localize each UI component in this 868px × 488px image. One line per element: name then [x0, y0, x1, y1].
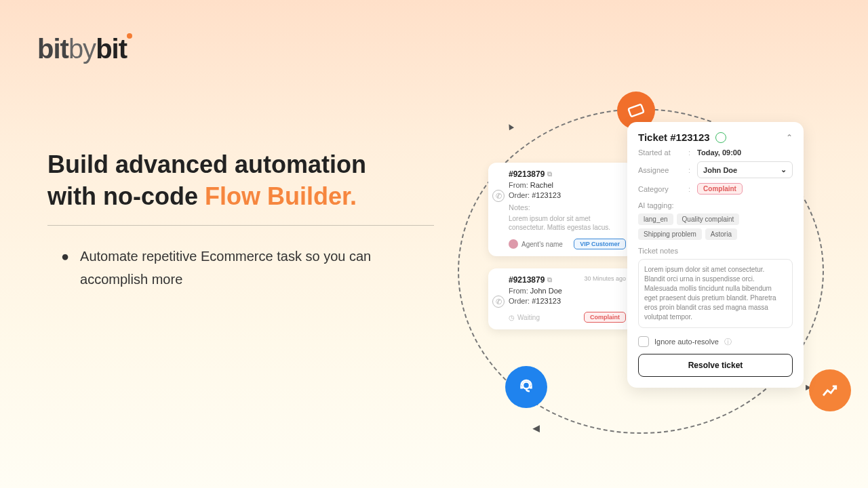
ai-tags: lang_en Quality complaint Shipping probl… [638, 214, 793, 240]
chevron-down-icon: ⌄ [781, 165, 787, 174]
smile-icon [715, 132, 726, 143]
info-icon: ⓘ [724, 337, 732, 347]
hero-bullet: ● Automate repetitive Ecommerce task so … [47, 245, 434, 291]
status-waiting: ◷ Waiting [509, 314, 540, 321]
brand-logo: bitbybit [37, 34, 127, 64]
svg-point-1 [523, 382, 530, 389]
ticket-title: Ticket #123123 [638, 131, 786, 143]
support-icon [505, 366, 547, 408]
collapse-icon[interactable]: ⌃ [786, 133, 793, 142]
whatsapp-icon: ✆ [492, 190, 505, 202]
external-link-icon: ⧉ [547, 276, 552, 284]
external-link-icon: ⧉ [547, 170, 552, 178]
tag[interactable]: Astoria [705, 228, 737, 240]
chat-card[interactable]: ✆ #9213879⧉ From: Rachel Order: #123123 … [488, 163, 634, 256]
hero-title: Build advanced automation with no-code F… [47, 149, 434, 213]
svg-rect-0 [628, 104, 644, 117]
tag[interactable]: Quality complaint [677, 214, 740, 225]
divider [47, 225, 434, 226]
ticket-notes[interactable]: Lorem ipsum dolor sit amet consectetur. … [638, 259, 793, 328]
tag[interactable]: Shipping problem [638, 228, 702, 240]
chat-card[interactable]: ✆ 30 Minutes ago #9213879⧉ From: John Do… [488, 268, 634, 329]
arrow-icon: ▶ [532, 424, 540, 435]
assignee-select[interactable]: John Doe⌄ [697, 161, 793, 178]
resolve-button[interactable]: Resolve ticket [638, 354, 793, 377]
ticket-panel: Ticket #123123 ⌃ Started at:Today, 09:00… [627, 122, 804, 388]
timestamp: 30 Minutes ago [584, 275, 626, 282]
vip-badge: VIP Customer [574, 239, 626, 249]
arrow-icon: ▲ [503, 119, 517, 134]
category-badge: Complaint [697, 183, 743, 195]
hero-copy: Build advanced automation with no-code F… [47, 149, 434, 291]
tag[interactable]: lang_en [638, 214, 673, 225]
illustration: ▲ ▲ ▶ ✆ #9213879⧉ From: Rachel Order: #1… [451, 95, 844, 454]
growth-icon [809, 369, 851, 411]
agent-chip: Agent's name [509, 239, 563, 249]
whatsapp-icon: ✆ [492, 296, 505, 308]
ignore-auto-resolve-checkbox[interactable]: Ignore auto-resolveⓘ [638, 336, 793, 347]
complaint-badge: Complaint [584, 312, 626, 323]
